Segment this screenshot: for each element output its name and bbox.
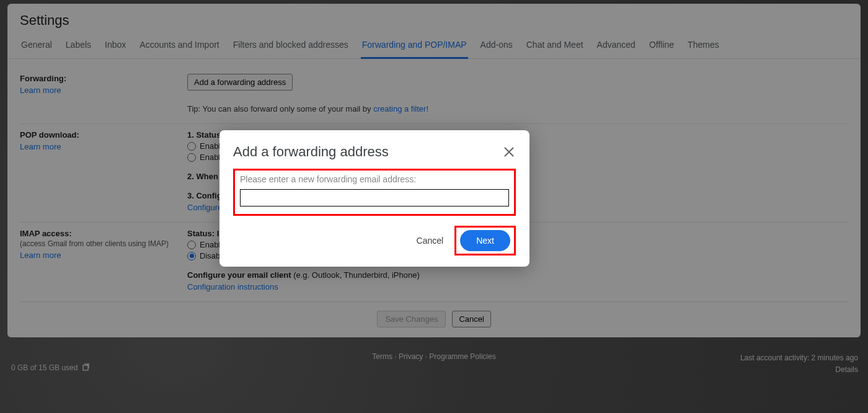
modal-next-button[interactable]: Next [460, 230, 510, 251]
close-icon [503, 146, 515, 158]
modal-cancel-button[interactable]: Cancel [417, 236, 444, 246]
add-forwarding-modal: Add a forwarding address Please enter a … [219, 130, 529, 267]
forwarding-email-input[interactable] [240, 189, 509, 206]
modal-prompt: Please enter a new forwarding email addr… [240, 174, 509, 184]
modal-next-highlight: Next [454, 226, 516, 255]
modal-title: Add a forwarding address [233, 144, 389, 160]
modal-body-highlight: Please enter a new forwarding email addr… [233, 169, 516, 216]
modal-close-button[interactable] [502, 145, 516, 159]
